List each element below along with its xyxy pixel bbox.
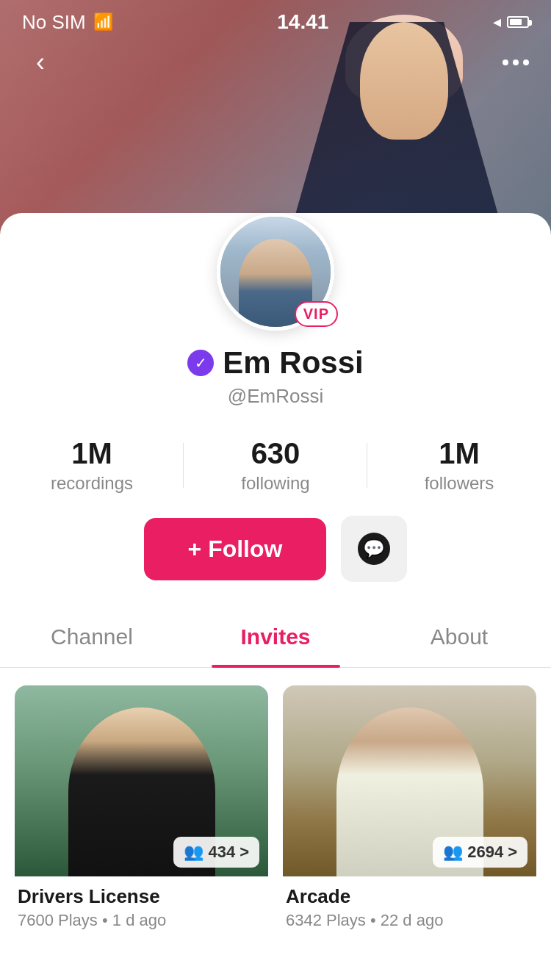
tabs-row: Channel Invites About: [0, 604, 551, 668]
people-icon1: 👥: [184, 843, 204, 862]
card-drivers-license[interactable]: 👥 434 > Drivers License 7600 Plays • 1 d…: [15, 685, 268, 933]
battery-icon: [507, 16, 529, 28]
card2-title: Arcade: [286, 885, 533, 908]
recordings-count: 1M: [0, 437, 184, 470]
card1-count: 434: [208, 843, 235, 862]
dot1: [503, 60, 508, 65]
card2-info: Arcade 6342 Plays • 22 d ago: [283, 876, 536, 933]
card1-image: 👥 434 >: [15, 685, 268, 876]
card1-meta: 7600 Plays • 1 d ago: [18, 911, 265, 930]
card2-count: 2694: [467, 843, 503, 862]
user-name-row: ✓ Em Rossi: [0, 345, 551, 381]
card-arcade[interactable]: 👥 2694 > Arcade 6342 Plays • 22 d ago: [283, 685, 536, 933]
more-button[interactable]: [503, 60, 529, 65]
wifi-icon: 📶: [93, 12, 113, 32]
recordings-label: recordings: [0, 473, 184, 494]
message-button[interactable]: 💬: [341, 516, 407, 582]
following-count: 630: [184, 437, 367, 470]
tab-channel[interactable]: Channel: [0, 604, 184, 667]
stat-following[interactable]: 630 following: [184, 437, 367, 494]
card1-overlay: 👥 434 >: [173, 837, 259, 868]
following-label: following: [184, 473, 367, 494]
verified-icon: ✓: [195, 354, 207, 372]
dot3: [523, 60, 529, 65]
card1-info: Drivers License 7600 Plays • 1 d ago: [15, 876, 268, 933]
carrier-label: No SIM: [22, 11, 86, 34]
card2-image: 👥 2694 >: [283, 685, 536, 876]
stats-row: 1M recordings 630 following 1M followers: [0, 437, 551, 494]
tab-invites-label: Invites: [240, 624, 310, 649]
tab-about-label: About: [431, 624, 488, 649]
dot2: [513, 60, 519, 65]
stat-followers[interactable]: 1M followers: [367, 437, 551, 494]
people-icon2: 👥: [443, 843, 463, 862]
follow-button[interactable]: + Follow: [144, 518, 327, 580]
content-grid: 👥 434 > Drivers License 7600 Plays • 1 d…: [0, 668, 551, 933]
vip-badge: VIP: [295, 301, 338, 327]
followers-label: followers: [367, 473, 551, 494]
time-label: 14.41: [277, 10, 328, 33]
card2-overlay: 👥 2694 >: [433, 837, 527, 868]
nav-overlay: ‹: [0, 44, 551, 81]
card1-arrow: >: [240, 843, 249, 862]
card1-title: Drivers License: [18, 885, 265, 908]
followers-count: 1M: [367, 437, 551, 470]
avatar-wrapper: VIP: [0, 213, 551, 331]
user-name: Em Rossi: [223, 345, 363, 381]
tab-channel-label: Channel: [51, 624, 133, 649]
user-handle: @EmRossi: [0, 385, 551, 408]
verified-badge: ✓: [187, 350, 214, 376]
tab-about[interactable]: About: [367, 604, 551, 667]
tab-invites[interactable]: Invites: [184, 604, 367, 667]
status-bar: No SIM 📶 14.41 ◂: [0, 0, 551, 44]
stat-recordings[interactable]: 1M recordings: [0, 437, 184, 494]
card2-meta: 6342 Plays • 22 d ago: [286, 911, 533, 930]
back-button[interactable]: ‹: [22, 44, 59, 81]
location-icon: ◂: [493, 12, 501, 32]
card2-arrow: >: [508, 843, 517, 862]
message-icon: 💬: [358, 533, 390, 565]
action-row: + Follow 💬: [0, 516, 551, 582]
profile-section: VIP ✓ Em Rossi @EmRossi 1M recordings 63…: [0, 213, 551, 940]
back-icon: ‹: [36, 47, 45, 78]
